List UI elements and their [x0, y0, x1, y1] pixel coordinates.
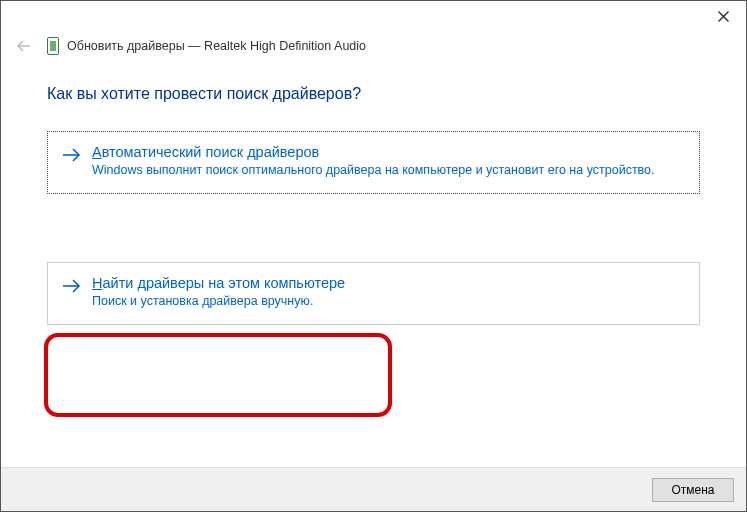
header-row: Обновить драйверы — Realtek High Definit…	[1, 31, 746, 67]
page-heading: Как вы хотите провести поиск драйверов?	[47, 85, 700, 103]
close-button[interactable]	[700, 1, 746, 31]
back-button[interactable]	[13, 35, 35, 57]
arrow-right-icon	[62, 146, 82, 168]
arrow-left-icon	[15, 37, 33, 55]
close-icon	[718, 11, 729, 22]
title-prefix: Обновить драйверы —	[67, 39, 201, 53]
option-browse-desc: Поиск и установка драйвера вручную.	[92, 293, 685, 310]
option-auto-desc: Windows выполнит поиск оптимального драй…	[92, 162, 685, 179]
window-title: Обновить драйверы — Realtek High Definit…	[67, 39, 366, 53]
cancel-button[interactable]: Отмена	[652, 478, 734, 502]
device-icon	[47, 37, 59, 55]
update-driver-window: Обновить драйверы — Realtek High Definit…	[0, 0, 747, 512]
option-auto-title: Автоматический поиск драйверов	[92, 144, 685, 160]
option-browse-computer[interactable]: Найти драйверы на этом компьютере Поиск …	[47, 262, 700, 325]
option-auto-search[interactable]: Автоматический поиск драйверов Windows в…	[47, 131, 700, 194]
content-area: Как вы хотите провести поиск драйверов? …	[1, 67, 746, 325]
footer-bar: Отмена	[1, 467, 746, 511]
title-device: Realtek High Definition Audio	[204, 39, 366, 53]
option-browse-title: Найти драйверы на этом компьютере	[92, 275, 685, 291]
titlebar	[1, 1, 746, 31]
arrow-right-icon	[62, 277, 82, 299]
annotation-highlight	[44, 333, 392, 417]
